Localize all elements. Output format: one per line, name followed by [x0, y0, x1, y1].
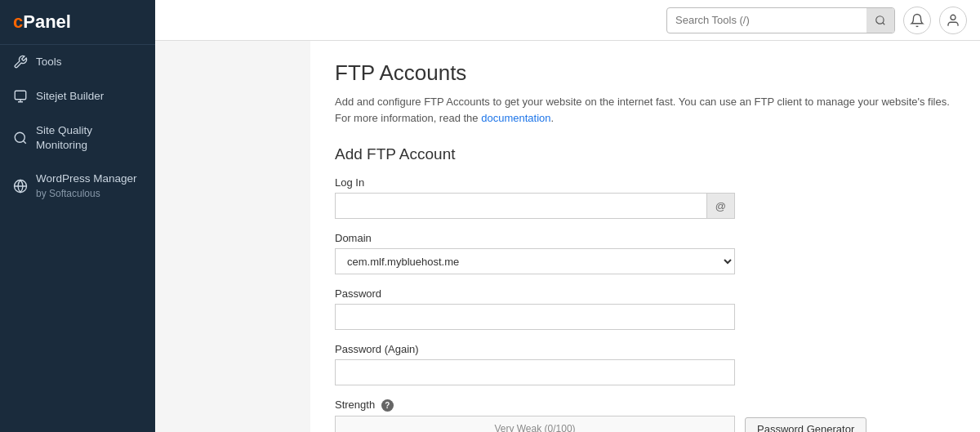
header	[155, 0, 980, 41]
main-content: FTP Accounts Add and configure FTP Accou…	[310, 41, 980, 432]
page-description: Add and configure FTP Accounts to get yo…	[335, 94, 956, 126]
strength-label: Strength ?	[335, 399, 956, 412]
domain-group: Domain cem.mlf.mybluehost.me	[335, 232, 956, 274]
tools-icon	[13, 55, 28, 69]
password-again-group: Password (Again)	[335, 343, 956, 385]
user-avatar-button[interactable]	[939, 7, 967, 34]
notifications-button[interactable]	[903, 7, 931, 34]
login-input-wrap: @	[335, 193, 735, 219]
login-group: Log In @	[335, 176, 956, 219]
password-group: Password	[335, 287, 956, 330]
sitejet-icon	[13, 89, 28, 104]
password-input[interactable]	[335, 304, 735, 330]
sidebar-item-site-quality[interactable]: Site Quality Monitoring	[0, 114, 155, 162]
sidebar-item-wordpress-label: WordPress Managerby Softaculous	[36, 171, 137, 200]
logo-c: c	[13, 11, 23, 32]
svg-point-1	[15, 132, 24, 142]
svg-rect-0	[15, 91, 26, 100]
password-generator-button[interactable]: Password Generator	[745, 417, 866, 432]
wordpress-icon	[13, 179, 28, 194]
page-title: FTP Accounts	[335, 60, 956, 86]
domain-label: Domain	[335, 232, 956, 244]
sidebar-item-tools-label: Tools	[36, 55, 62, 69]
login-label: Log In	[335, 176, 956, 189]
sidebar-item-tools[interactable]: Tools	[0, 45, 155, 79]
logo: cPanel	[0, 0, 155, 45]
password-label: Password	[335, 287, 956, 300]
strength-bar: Very Weak (0/100)	[335, 416, 735, 432]
sidebar-item-sitejet[interactable]: Sitejet Builder	[0, 79, 155, 114]
password-again-label: Password (Again)	[335, 343, 956, 355]
sidebar: cPanel Tools Sitejet Builder Site Qualit…	[0, 0, 155, 432]
sidebar-item-wordpress[interactable]: WordPress Managerby Softaculous	[0, 162, 155, 210]
strength-help-icon[interactable]: ?	[381, 399, 394, 412]
search-button[interactable]	[866, 7, 894, 33]
password-again-input[interactable]	[335, 359, 735, 385]
svg-point-3	[876, 16, 884, 23]
svg-point-4	[951, 15, 956, 20]
add-section-title: Add FTP Account	[335, 145, 956, 163]
at-symbol: @	[706, 193, 735, 219]
domain-select[interactable]: cem.mlf.mybluehost.me	[335, 248, 735, 274]
strength-value: Very Weak (0/100)	[494, 423, 575, 432]
strength-group: Strength ? Very Weak (0/100) Password Ge…	[335, 399, 956, 432]
search-input[interactable]	[667, 14, 866, 26]
site-quality-icon	[13, 131, 28, 145]
documentation-link[interactable]: documentation	[481, 112, 550, 124]
strength-row: Very Weak (0/100) Password Generator	[335, 416, 956, 432]
logo-panel: Panel	[23, 11, 71, 32]
search-bar	[666, 7, 895, 33]
sidebar-item-site-quality-label: Site Quality Monitoring	[36, 123, 142, 152]
sidebar-item-sitejet-label: Sitejet Builder	[36, 89, 104, 104]
login-input[interactable]	[335, 193, 706, 219]
